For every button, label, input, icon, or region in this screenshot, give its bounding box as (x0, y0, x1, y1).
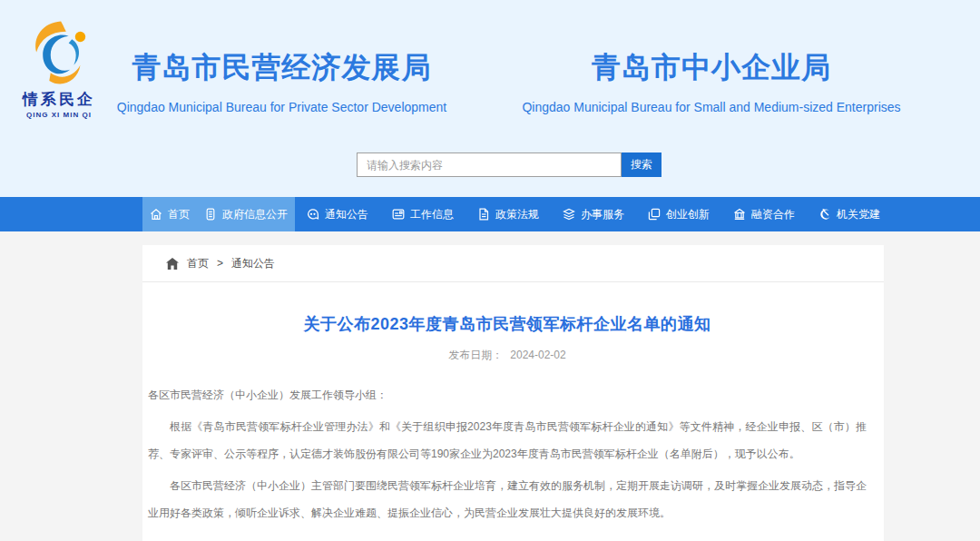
policy-icon (477, 208, 490, 221)
nav-item-innovation[interactable]: 创业创新 (636, 197, 721, 231)
breadcrumb: 首页 > 通知公告 (142, 245, 884, 282)
site-logo[interactable]: 情系民企 QING XI MIN QI (7, 20, 111, 119)
nav-item-home[interactable]: 首页 (142, 197, 197, 231)
page: 情系民企 QING XI MIN QI 青岛市民营经济发展局 Qingdao M… (0, 0, 980, 541)
innovation-icon (648, 208, 661, 221)
nav-item-label: 工作信息 (410, 207, 454, 222)
search-button[interactable]: 搜索 (622, 152, 662, 177)
breadcrumb-separator: > (217, 257, 223, 270)
search-input[interactable] (357, 152, 622, 177)
publish-date-label: 发布日期： (448, 349, 503, 361)
logo-swirl-icon (23, 20, 95, 87)
article-paragraph: 各区市民营经济（中小企业）发展工作领导小组： (148, 381, 867, 408)
nav-item-gov-info[interactable]: 政府信息公开 (197, 197, 295, 231)
nav-item-label: 办事服务 (581, 207, 624, 222)
home-icon (150, 208, 162, 221)
nav-item-label: 政府信息公开 (222, 207, 288, 222)
publish-date-value: 2024-02-02 (510, 349, 565, 361)
nav-item-announcements[interactable]: 通知公告 (295, 197, 380, 231)
article-title: 关于公布2023年度青岛市民营领军标杆企业名单的通知 (148, 313, 867, 335)
article-body: 各区市民营经济（中小企业）发展工作领导小组： 根据《青岛市民营领军标杆企业管理办… (148, 381, 867, 526)
nav-item-label: 政策法规 (495, 207, 539, 222)
search-bar: 搜索 (357, 152, 662, 177)
nav-item-work-info[interactable]: 工作信息 (380, 197, 466, 231)
logo-title: 情系民企 (7, 89, 111, 110)
article: 关于公布2023年度青岛市民营领军标杆企业名单的通知 发布日期：2024-02-… (142, 313, 884, 526)
breadcrumb-home-link[interactable]: 首页 (187, 256, 209, 271)
services-icon (563, 208, 575, 221)
bureau-private-sector-title: 青岛市民营经济发展局 (116, 48, 447, 88)
party-building-icon (818, 208, 831, 221)
financing-icon (733, 208, 746, 221)
bureau-private-sector: 青岛市民营经济发展局 Qingdao Municipal Bureau for … (116, 48, 447, 114)
article-paragraph: 根据《青岛市民营领军标杆企业管理办法》和《关于组织申报2023年度青岛市民营领军… (148, 413, 867, 467)
publish-date-row: 发布日期：2024-02-02 (148, 348, 867, 363)
breadcrumb-current-link[interactable]: 通知公告 (231, 256, 275, 271)
bureau-sme: 青岛市中小企业局 Qingdao Municipal Bureau for Sm… (490, 48, 933, 114)
announcement-icon (307, 208, 319, 221)
nav-item-label: 机关党建 (837, 207, 880, 222)
main-nav: 首页 政府信息公开 通知公告 工作信息 政策法规 办事服务 (0, 197, 980, 231)
bureau-sme-title: 青岛市中小企业局 (490, 48, 933, 88)
article-paragraph: 各区市民营经济（中小企业）主管部门要围绕民营领军标杆企业培育，建立有效的服务机制… (148, 472, 867, 526)
bureau-private-sector-subtitle: Qingdao Municipal Bureau for Private Sec… (116, 100, 447, 114)
nav-item-label: 首页 (168, 207, 190, 222)
content-panel: 首页 > 通知公告 关于公布2023年度青岛市民营领军标杆企业名单的通知 发布日… (142, 245, 884, 541)
nav-item-policies[interactable]: 政策法规 (466, 197, 551, 231)
main-nav-list: 首页 政府信息公开 通知公告 工作信息 政策法规 办事服务 (0, 197, 980, 231)
content-area: 首页 > 通知公告 关于公布2023年度青岛市民营领军标杆企业名单的通知 发布日… (0, 231, 980, 541)
nav-item-party-building[interactable]: 机关党建 (807, 197, 892, 231)
nav-item-financing[interactable]: 融资合作 (721, 197, 807, 231)
nav-item-label: 通知公告 (325, 207, 368, 222)
nav-item-label: 融资合作 (751, 207, 795, 222)
logo-subtitle: QING XI MIN QI (7, 111, 111, 119)
work-info-icon (392, 208, 405, 221)
nav-item-services[interactable]: 办事服务 (551, 197, 636, 231)
bureau-sme-subtitle: Qingdao Municipal Bureau for Small and M… (490, 100, 933, 114)
breadcrumb-home-icon (166, 258, 179, 270)
gov-info-icon (204, 208, 217, 221)
site-header: 情系民企 QING XI MIN QI 青岛市民营经济发展局 Qingdao M… (0, 0, 980, 197)
nav-item-label: 创业创新 (666, 207, 710, 222)
